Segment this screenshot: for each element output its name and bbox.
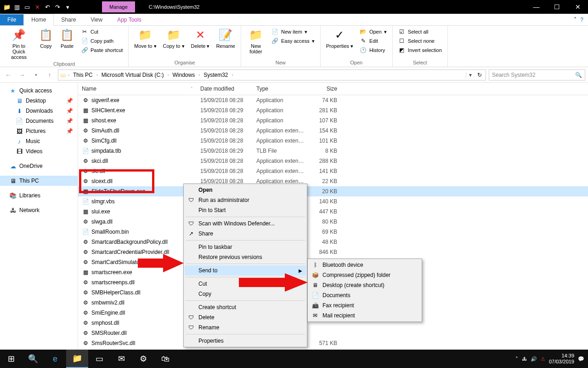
cut-button[interactable]: ✂Cut	[80, 28, 124, 36]
tab-app-tools[interactable]: App Tools	[110, 14, 148, 25]
nav-libraries[interactable]: 📚Libraries	[0, 190, 78, 201]
edit-button[interactable]: ✎Edit	[359, 37, 388, 45]
col-name[interactable]: Name˄	[78, 85, 197, 93]
col-size[interactable]: Size	[309, 85, 341, 93]
file-row[interactable]: ⚙skci.dll15/09/2018 08:28Application ext…	[78, 156, 588, 166]
crumb-3[interactable]: System32	[202, 72, 229, 78]
help-icon[interactable]: ?	[580, 17, 583, 23]
nav-music[interactable]: ♪Music	[0, 136, 78, 146]
address-bar[interactable]: 🖴 › This PC› Microsoft Virtual Disk (C:)…	[58, 69, 486, 80]
manage-tab[interactable]: Manage	[102, 1, 135, 12]
recent-dropdown[interactable]: ▾	[30, 69, 41, 80]
tray-clock[interactable]: 14:3907/03/2019	[549, 353, 574, 365]
file-row[interactable]: ⚙SimCfg.dll15/09/2018 08:28Application e…	[78, 136, 588, 146]
start-button[interactable]: ⊞	[0, 350, 22, 368]
up-button[interactable]: ↑	[44, 69, 55, 80]
menu-item[interactable]: 🖥Desktop (create shortcut)	[309, 280, 421, 290]
crumb-1[interactable]: Microsoft Virtual Disk (C:)	[100, 72, 165, 78]
nav-this-pc[interactable]: 🖥This PC	[0, 176, 78, 186]
crumb-2[interactable]: Windows	[171, 72, 196, 78]
file-row[interactable]: 📄simpdata.tlb15/09/2018 08:29TLB File8 K…	[78, 146, 588, 156]
minimize-button[interactable]: —	[526, 0, 547, 14]
addr-dropdown-icon[interactable]: ▾	[466, 72, 475, 78]
back-button[interactable]: ←	[3, 69, 14, 80]
menu-item[interactable]: ↗Share	[185, 229, 306, 239]
menu-item[interactable]: 🛡Scan with Windows Defender...	[185, 218, 306, 229]
file-row[interactable]: ⚙slcext.dll15/09/2018 08:28Application e…	[78, 176, 588, 186]
new-item-button[interactable]: 📄New item ▾	[271, 28, 316, 36]
redo-icon[interactable]: ↷	[53, 3, 62, 11]
tray-up-icon[interactable]: ˄	[515, 356, 518, 362]
properties-icon[interactable]: ▭	[23, 3, 31, 11]
menu-item[interactable]: 📦Compressed (zipped) folder	[309, 270, 421, 280]
file-row[interactable]: ⚙SMSRouter.dll	[78, 328, 588, 338]
paste-shortcut-button[interactable]: 🔗Paste shortcut	[80, 46, 124, 54]
file-row[interactable]: ⚙SmartcardBackgroundPolicy.dll48 KB	[78, 237, 588, 247]
nav-videos[interactable]: 🎞Videos	[0, 146, 78, 156]
menu-item[interactable]: 🛡Rename	[185, 322, 306, 333]
menu-item[interactable]: ᛒBluetooth device	[309, 260, 421, 270]
save-icon[interactable]: ▥	[13, 3, 21, 11]
menu-item[interactable]: Copy	[185, 289, 306, 299]
menu-item[interactable]: 🛡Run as administrator	[185, 195, 306, 205]
file-row[interactable]: ▦sihost.exe15/09/2018 08:28Application10…	[78, 115, 588, 126]
file-row[interactable]: 📄SmallRoom.bin69 KB	[78, 227, 588, 237]
copy-path-button[interactable]: 📄Copy path	[80, 37, 124, 45]
forward-button[interactable]: →	[17, 69, 28, 80]
delete-button[interactable]: ✕Delete ▾	[188, 27, 213, 50]
ribbon-collapse-icon[interactable]: ˄	[574, 17, 577, 23]
crumb-0[interactable]: This PC	[72, 72, 94, 78]
move-to-button[interactable]: 📁Move to ▾	[131, 27, 159, 50]
refresh-icon[interactable]: ↻	[475, 72, 484, 78]
paste-button[interactable]: 📋Paste	[57, 27, 77, 50]
col-type[interactable]: Type	[253, 85, 309, 93]
copy-button[interactable]: 📋Copy	[36, 27, 56, 50]
file-row[interactable]: ⚙SimAuth.dll15/09/2018 08:28Application …	[78, 126, 588, 136]
tray-notifications-icon[interactable]: 💬	[578, 356, 584, 362]
file-row[interactable]: ⚙slwga.dll80 KB	[78, 217, 588, 227]
task-search[interactable]: 🔍	[22, 350, 44, 368]
task-settings[interactable]: ⚙	[132, 350, 154, 368]
tab-view[interactable]: View	[83, 14, 110, 25]
tray-volume-icon[interactable]: 🔊	[531, 356, 537, 362]
nav-onedrive[interactable]: ☁OneDrive	[0, 161, 78, 171]
history-button[interactable]: 🕐History	[359, 46, 388, 54]
file-row[interactable]: ▦SlideToShutDown.exe20 KB	[78, 186, 588, 196]
undo-icon[interactable]: ↶	[43, 3, 51, 11]
menu-item[interactable]: Send to▶	[185, 265, 306, 276]
menu-item[interactable]: ✉Mail recipient	[309, 310, 421, 321]
tab-file[interactable]: File	[0, 14, 23, 25]
menu-item[interactable]: Properties	[185, 336, 306, 346]
menu-item[interactable]: Open	[185, 185, 306, 195]
task-mail[interactable]: ✉	[110, 350, 132, 368]
easy-access-button[interactable]: 🔗Easy access ▾	[271, 37, 316, 45]
pin-to-quick-access-button[interactable]: 📌Pin to Quick access	[3, 27, 35, 61]
rename-button[interactable]: 📝Rename	[213, 27, 238, 50]
nav-documents[interactable]: 📄Documents📌	[0, 116, 78, 126]
file-row[interactable]: ⚙SmartcardCredentialProvider.dll846 KB	[78, 247, 588, 257]
menu-item[interactable]: Pin to taskbar	[185, 242, 306, 252]
close-button[interactable]: ✕	[567, 0, 588, 14]
task-edge[interactable]: e	[44, 350, 66, 368]
properties-button[interactable]: ✓Properties ▾	[323, 27, 356, 50]
delete-qat-icon[interactable]: ✕	[33, 3, 41, 11]
tab-home[interactable]: Home	[23, 14, 54, 26]
nav-desktop[interactable]: 🖥Desktop📌	[0, 96, 78, 106]
file-row[interactable]: ▦slui.exe447 KB	[78, 207, 588, 217]
task-store[interactable]: 🛍	[154, 350, 176, 368]
maximize-button[interactable]: ☐	[547, 0, 567, 14]
file-row[interactable]: ⚙sigverif.exe15/09/2018 08:28Application…	[78, 95, 588, 105]
menu-item[interactable]: 🛡Delete	[185, 312, 306, 322]
tray-warning-icon[interactable]: ⚠	[541, 356, 545, 362]
nav-downloads[interactable]: ⬇Downloads📌	[0, 106, 78, 116]
select-none-button[interactable]: ☐Select none	[397, 37, 443, 45]
select-all-button[interactable]: ☑Select all	[397, 28, 443, 36]
nav-pictures[interactable]: 🖼Pictures📌	[0, 126, 78, 136]
task-explorer[interactable]: 📁	[66, 350, 88, 368]
file-row[interactable]: ⚙slc.dll15/09/2018 08:28Application exte…	[78, 166, 588, 176]
search-box[interactable]: Search System32 🔍	[489, 69, 585, 80]
nav-quick-access[interactable]: ★Quick access	[0, 86, 78, 96]
new-folder-button[interactable]: 📁New folder	[244, 27, 268, 55]
file-row[interactable]: ▦SIHClient.exe15/09/2018 08:29Applicatio…	[78, 105, 588, 115]
qat-dropdown-icon[interactable]: ▾	[63, 3, 72, 11]
